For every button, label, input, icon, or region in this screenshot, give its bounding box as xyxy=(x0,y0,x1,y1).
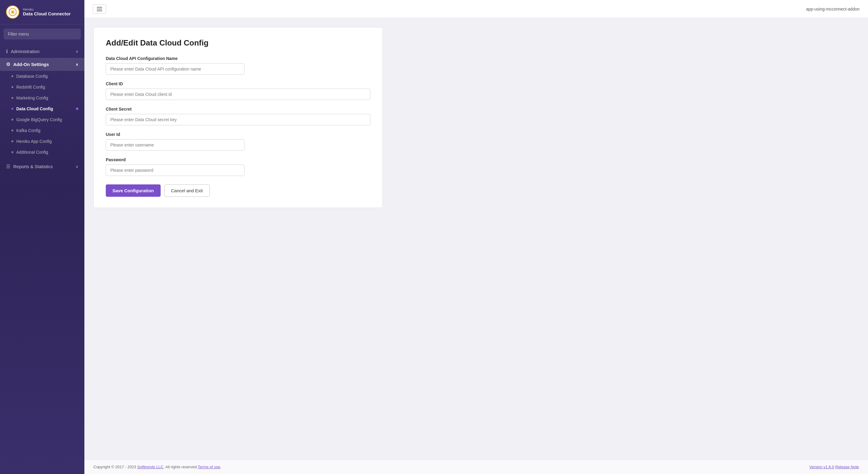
reports-label: Reports & Statistics xyxy=(13,164,53,169)
app-name-label: Data Cloud Connector xyxy=(23,11,70,16)
version-link[interactable]: Version v1.6.0 xyxy=(809,465,834,469)
chevron-down-icon: ∨ xyxy=(76,50,79,54)
dot-icon xyxy=(11,151,13,153)
sidebar-item-kafka-config[interactable]: Kafka Config xyxy=(0,125,84,136)
nav-section: ℹ Administration ∨ ⚙ Add-On Settings ∧ D… xyxy=(0,44,84,174)
footer-copyright: Copyright © 2017 - 2023 Softtrends LLC. … xyxy=(93,465,221,469)
main-area: app-using-mcconnect-addon Add/Edit Data … xyxy=(84,0,868,474)
terms-link[interactable]: Terms of use xyxy=(198,465,220,469)
footer-version: Version v1.6.0 Release Note xyxy=(809,465,859,469)
reports-icon: ☰ xyxy=(6,164,10,169)
data-cloud-config-label: Data Cloud Config xyxy=(16,106,53,111)
info-icon: ℹ xyxy=(6,49,8,54)
logo-text: Heroku Data Cloud Connector xyxy=(23,7,70,17)
rights-text: . All rights reserved. xyxy=(163,465,198,469)
heroku-label: Heroku xyxy=(23,7,70,11)
hamburger-button[interactable] xyxy=(93,4,106,14)
hamburger-line-2 xyxy=(97,9,102,9)
topbar: app-using-mcconnect-addon xyxy=(84,0,868,18)
user-id-label: User Id xyxy=(106,132,370,137)
redshift-config-label: Redshift Config xyxy=(16,85,45,90)
addon-settings-label: Add-On Settings xyxy=(13,62,49,67)
dot-icon xyxy=(11,140,13,142)
database-config-label: Database Config xyxy=(16,74,48,78)
user-id-input[interactable] xyxy=(106,139,244,151)
footer: Copyright © 2017 - 2023 Softtrends LLC. … xyxy=(84,460,868,474)
client-secret-input[interactable] xyxy=(106,114,370,125)
dot-icon xyxy=(11,119,13,121)
hamburger-line-1 xyxy=(97,7,102,7)
button-row: Save Configuration Cancel and Exit xyxy=(106,184,370,197)
client-id-label: Client ID xyxy=(106,82,370,86)
dot-icon xyxy=(11,97,13,99)
sidebar-logo: Heroku Data Cloud Connector xyxy=(0,0,84,24)
administration-label: Administration xyxy=(11,49,39,54)
sidebar: Heroku Data Cloud Connector Filter menu … xyxy=(0,0,84,474)
client-id-input[interactable] xyxy=(106,89,370,100)
sidebar-item-database-config[interactable]: Database Config xyxy=(0,71,84,82)
active-indicator xyxy=(76,107,79,110)
form-group-api-config-name: Data Cloud API Configuration Name xyxy=(106,56,370,75)
api-config-name-label: Data Cloud API Configuration Name xyxy=(106,56,370,61)
sidebar-item-redshift-config[interactable]: Redshift Config xyxy=(0,82,84,93)
copyright-text: Copyright © 2017 - 2023 xyxy=(93,465,137,469)
password-input[interactable] xyxy=(106,164,244,176)
form-group-client-id: Client ID xyxy=(106,82,370,100)
active-dot-icon xyxy=(11,108,13,110)
company-link[interactable]: Softtrends LLC xyxy=(137,465,163,469)
client-secret-label: Client Secret xyxy=(106,107,370,112)
cancel-and-exit-button[interactable]: Cancel and Exit xyxy=(164,184,210,197)
logo-icon xyxy=(6,5,19,19)
form-group-client-secret: Client Secret xyxy=(106,107,370,125)
heroku-app-config-label: Heroku App Config xyxy=(16,139,52,144)
sidebar-item-reports[interactable]: ☰ Reports & Statistics ∨ xyxy=(0,160,84,173)
app-instance-label: app-using-mcconnect-addon xyxy=(806,7,860,11)
svg-point-2 xyxy=(11,11,14,13)
sidebar-item-heroku-app-config[interactable]: Heroku App Config xyxy=(0,136,84,147)
additional-config-label: Additional Config xyxy=(16,150,48,155)
password-label: Password xyxy=(106,157,370,162)
api-config-name-input[interactable] xyxy=(106,63,244,75)
dot-icon xyxy=(11,75,13,77)
form-card: Add/Edit Data Cloud Config Data Cloud AP… xyxy=(93,27,383,208)
filter-menu-input[interactable]: Filter menu xyxy=(4,29,81,39)
dot-icon xyxy=(11,86,13,88)
form-group-user-id: User Id xyxy=(106,132,370,151)
marketing-config-label: Marketing Config xyxy=(16,96,48,100)
dot-icon xyxy=(11,130,13,131)
sidebar-item-administration[interactable]: ℹ Administration ∨ xyxy=(0,45,84,58)
gear-icon: ⚙ xyxy=(6,61,10,67)
save-configuration-button[interactable]: Save Configuration xyxy=(106,184,161,197)
sidebar-item-google-bigquery-config[interactable]: Google BigQuery Config xyxy=(0,114,84,125)
google-bigquery-config-label: Google BigQuery Config xyxy=(16,117,62,122)
chevron-down-icon: ∨ xyxy=(76,164,79,169)
hamburger-line-3 xyxy=(97,10,102,11)
sidebar-item-marketing-config[interactable]: Marketing Config xyxy=(0,93,84,103)
content-area: Add/Edit Data Cloud Config Data Cloud AP… xyxy=(84,18,868,460)
sidebar-item-data-cloud-config[interactable]: Data Cloud Config xyxy=(0,103,84,114)
release-note-link[interactable]: Release Note xyxy=(835,465,859,469)
form-group-password: Password xyxy=(106,157,370,176)
page-title: Add/Edit Data Cloud Config xyxy=(106,38,370,48)
kafka-config-label: Kafka Config xyxy=(16,128,40,133)
sidebar-item-additional-config[interactable]: Additional Config xyxy=(0,147,84,158)
chevron-up-icon: ∧ xyxy=(76,62,79,67)
sidebar-item-addon-settings[interactable]: ⚙ Add-On Settings ∧ xyxy=(0,58,84,71)
